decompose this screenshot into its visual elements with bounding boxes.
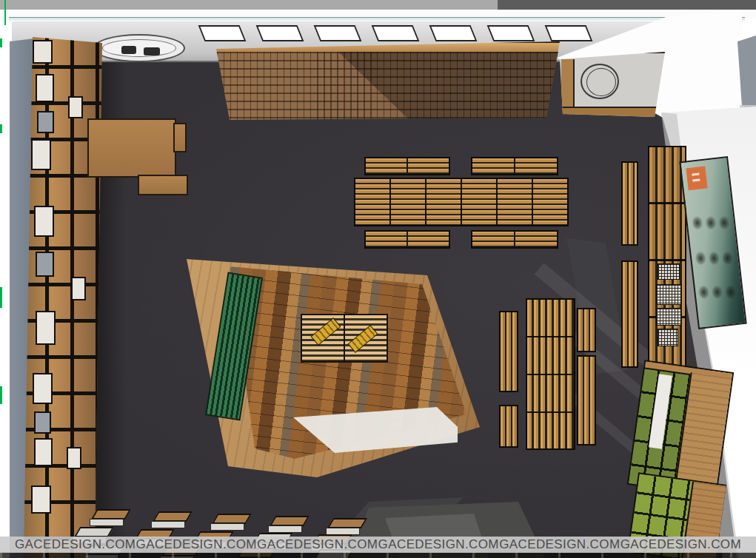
slat-bench [499, 405, 518, 448]
poster-glyph [692, 215, 703, 229]
wood-lattice-panel [210, 40, 566, 120]
fixture-vent [121, 46, 136, 54]
shelf-cell-white [68, 96, 83, 118]
top-wall-glass-edge [9, 17, 745, 21]
mesh-panel [658, 263, 680, 280]
slat-bench [471, 157, 558, 175]
clerestory-window [198, 25, 247, 41]
shelf-cell-white [34, 438, 53, 466]
interior-render-canvas: GACEDESIGN.COM GACEDESIGN.COM GACEDESIGN… [0, 0, 756, 558]
clerestory-window [487, 25, 535, 41]
mesh-panel [658, 329, 678, 346]
shelf-cell-white [31, 139, 51, 170]
shelf-cell-white [36, 311, 56, 345]
display-table [94, 509, 131, 527]
poster-glyph [708, 251, 720, 265]
shelf-cell-gray [34, 411, 51, 434]
slat-bench [577, 308, 596, 352]
reception-desk-return [138, 175, 188, 195]
watermark-text: GACEDESIGN.COM [136, 537, 257, 552]
green-axis-dash [0, 38, 2, 47]
green-axis-dash [0, 124, 2, 133]
slat-bench [364, 157, 450, 175]
watermark-bar: GACEDESIGN.COM GACEDESIGN.COM GACEDESIGN… [0, 537, 756, 553]
green-axis-dash [0, 287, 2, 308]
ceiling-light-fixture [93, 34, 185, 62]
shelf-cell-white [67, 447, 81, 469]
green-axis-dash [0, 386, 2, 404]
mesh-panel [656, 284, 681, 305]
watermark-text: GACEDESIGN.COM [15, 537, 136, 552]
shelf-cell-gray [37, 111, 54, 133]
watermark-text: GACEDESIGN.COM [499, 537, 620, 552]
fixture-vent [144, 47, 160, 56]
display-table [155, 511, 193, 529]
slat-reading-table [526, 298, 575, 450]
top-strip-light [0, 0, 498, 10]
mesh-panel [656, 308, 681, 326]
poster-orange-label [686, 167, 707, 191]
display-table [330, 518, 367, 536]
slat-bench [471, 230, 558, 249]
watermark-text: GACEDESIGN.COM [620, 537, 741, 552]
slat-bench [499, 311, 518, 392]
clerestory-window [545, 25, 593, 41]
ceiling-light-inner-ring [102, 39, 176, 57]
watermark-text: GACEDESIGN.COM [257, 537, 378, 552]
bottom-scene-strip [0, 552, 756, 558]
clerestory-window [256, 25, 304, 41]
poster-glyph [718, 215, 730, 229]
shelf-cell-white [36, 74, 54, 102]
side-bench [621, 260, 638, 368]
poster-glyph [705, 215, 717, 229]
slat-bench [577, 355, 596, 446]
wood-platform [184, 250, 487, 483]
slat-reading-table [354, 178, 569, 226]
poster-glyph [695, 251, 706, 265]
poster-glyph [722, 251, 734, 265]
slat-bench [364, 230, 450, 249]
clerestory-window [314, 25, 362, 41]
shelf-cell-white [33, 373, 53, 404]
display-table [272, 516, 310, 534]
display-table [215, 514, 252, 531]
clerestory-window [372, 25, 420, 41]
reception-desk-wing [173, 123, 187, 152]
poster-glyph [698, 285, 710, 299]
poster-glyph [725, 285, 737, 299]
corner-cabinet [558, 52, 666, 120]
cube-shelf-column [24, 33, 105, 558]
shelf-cell-white [71, 277, 86, 300]
round-basin-inner [586, 68, 616, 96]
top-strip-dark [498, 0, 756, 10]
shelf-cell-gray [36, 252, 54, 277]
poster-glyph [712, 285, 723, 299]
shelf-cell-white [31, 485, 51, 514]
watermark-text: GACEDESIGN.COM [378, 537, 499, 552]
green-axis-line [4, 0, 6, 25]
reception-desk [87, 118, 176, 178]
shelf-cell-white [34, 206, 54, 237]
shelf-cell-white [33, 40, 53, 64]
side-bench [621, 161, 638, 246]
clerestory-window [429, 25, 478, 41]
